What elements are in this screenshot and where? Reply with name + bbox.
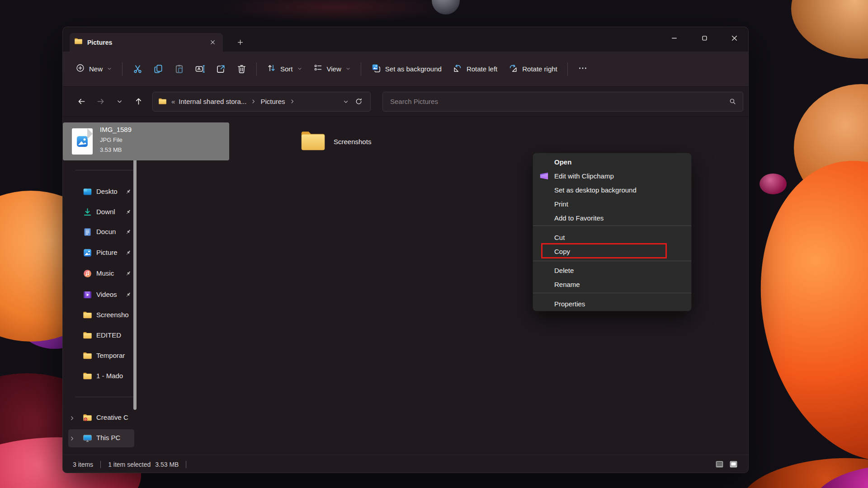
chevron-down-icon (107, 65, 112, 73)
search-icon[interactable] (729, 98, 736, 105)
menu-item-delete[interactable]: Delete (533, 263, 691, 277)
sidebar-item-temporary[interactable]: Temporar (68, 347, 134, 365)
view-button[interactable]: View (308, 59, 356, 79)
sort-label: Sort (280, 65, 293, 73)
rename-button[interactable] (189, 60, 210, 79)
sidebar-item-label: Picture (96, 249, 123, 256)
search-input[interactable] (389, 97, 729, 106)
chevron-right-icon[interactable] (69, 435, 75, 443)
refresh-icon[interactable] (352, 95, 365, 108)
sidebar-item-edited[interactable]: EDITED (68, 327, 134, 345)
menu-item-edit-with-clipchamp[interactable]: Edit with Clipchamp (533, 169, 691, 183)
command-bar: New Sort View (63, 52, 748, 87)
pin-icon (125, 188, 132, 197)
minimize-button[interactable] (661, 28, 687, 48)
chevron-right-icon[interactable] (250, 99, 256, 104)
toolbar-divider (567, 62, 568, 76)
more-options-button[interactable] (572, 60, 593, 79)
videos-icon (83, 290, 92, 301)
desktop-icon (83, 187, 92, 198)
status-divider (100, 461, 101, 468)
rotate-left-icon (453, 63, 462, 75)
menu-item-add-to-favorites[interactable]: Add to Favorites (533, 211, 691, 225)
menu-item-set-as-desktop-background[interactable]: Set as desktop background (533, 183, 691, 197)
forward-button[interactable] (91, 93, 110, 110)
sort-button[interactable]: Sort (261, 59, 308, 79)
address-dropdown-icon[interactable] (340, 95, 352, 108)
sidebar-item-screenshots[interactable]: Screensho (68, 306, 134, 324)
sidebar-item-label: Creative C (96, 413, 132, 421)
rotate-right-label: Rotate right (522, 65, 557, 73)
toolbar-divider (122, 62, 123, 76)
sidebar-item-1-mado[interactable]: 1 - Mado (68, 367, 134, 385)
large-thumbnails-view-icon[interactable] (729, 460, 738, 469)
new-button[interactable]: New (70, 59, 118, 79)
selection-size: 3.53 MB (155, 461, 179, 468)
menu-separator (533, 225, 691, 226)
up-button[interactable] (129, 93, 148, 110)
sidebar-item-label: Docun (96, 228, 123, 235)
sidebar-item-label: EDITED (96, 331, 132, 339)
wallpaper-blob (734, 140, 868, 481)
maximize-button[interactable] (691, 28, 717, 48)
sidebar-item-this-pc[interactable]: This PC (68, 429, 134, 447)
rotate-left-button[interactable]: Rotate left (447, 59, 503, 79)
sidebar-item-label: Screensho (96, 311, 132, 319)
sidebar-item-videos[interactable]: Videos (68, 286, 134, 304)
delete-button[interactable] (231, 60, 252, 79)
sidebar-item-music[interactable]: Music (68, 265, 134, 283)
menu-item-print[interactable]: Print (533, 197, 691, 211)
file-name: IMG_1589 (100, 126, 132, 133)
context-menu: Open Edit with Clipchamp Set as desktop … (533, 153, 692, 311)
sidebar-item-label: Temporar (96, 352, 132, 359)
sidebar-item-creative-cloud[interactable]: Creative C (68, 409, 134, 427)
chevron-right-icon[interactable] (69, 415, 75, 423)
folder-icon (83, 371, 92, 383)
details-view-icon[interactable] (715, 460, 724, 469)
breadcrumb[interactable]: « Internal shared stora... Pictures (152, 92, 371, 112)
wallpaper-blob (791, 0, 868, 59)
new-tab-button[interactable] (232, 35, 248, 49)
chevron-right-icon[interactable] (289, 99, 295, 104)
set-as-background-button[interactable]: Set as background (366, 59, 447, 79)
breadcrumb-overflow[interactable]: « (171, 98, 175, 105)
sidebar-item-pictures[interactable]: Picture (68, 244, 134, 262)
breadcrumb-item-root[interactable]: Internal shared stora... (179, 98, 246, 105)
menu-item-properties[interactable]: Properties (533, 297, 691, 311)
tab-close-icon[interactable] (207, 37, 218, 48)
sidebar-item-downloads[interactable]: Downl (68, 203, 134, 221)
back-button[interactable] (72, 93, 91, 110)
rotate-right-button[interactable]: Rotate right (503, 59, 563, 79)
folder-icon (74, 37, 83, 47)
sort-icon (267, 63, 276, 75)
sidebar-item-label: This PC (96, 434, 132, 441)
menu-item-cut[interactable]: Cut (533, 230, 691, 244)
copy-button[interactable] (148, 60, 169, 79)
share-button[interactable] (210, 60, 231, 79)
paste-button[interactable] (169, 60, 189, 79)
image-file-icon (72, 128, 93, 155)
close-button[interactable] (721, 28, 747, 48)
sidebar-item-label: Music (96, 269, 123, 277)
sidebar-item-desktop[interactable]: Deskto (68, 183, 134, 201)
cut-button[interactable] (127, 60, 148, 79)
recent-locations-button[interactable] (110, 93, 129, 110)
sidebar-item-documents[interactable]: Docun (68, 223, 134, 241)
menu-item-copy[interactable]: Copy (533, 244, 691, 258)
this-pc-icon (83, 433, 92, 445)
file-size: 3.53 MB (100, 147, 132, 153)
pin-icon (125, 249, 132, 258)
breadcrumb-item-current[interactable]: Pictures (260, 98, 285, 105)
chevron-down-icon (297, 65, 302, 73)
folder-tile-screenshots[interactable]: Screenshots (298, 122, 438, 160)
menu-item-open[interactable]: Open (533, 155, 691, 169)
item-count: 3 items (73, 461, 93, 468)
explorer-tab-pictures[interactable]: Pictures (70, 33, 223, 52)
menu-item-rename[interactable]: Rename (533, 277, 691, 291)
chevron-down-icon (345, 65, 351, 73)
ellipsis-icon (578, 63, 588, 75)
sidebar-item-label: 1 - Mado (96, 372, 132, 380)
search-box[interactable] (382, 92, 743, 112)
file-tile-img-1589-selected[interactable]: IMG_1589 JPG File 3.53 MB (63, 122, 229, 160)
sidebar-scrollbar[interactable] (133, 128, 137, 410)
